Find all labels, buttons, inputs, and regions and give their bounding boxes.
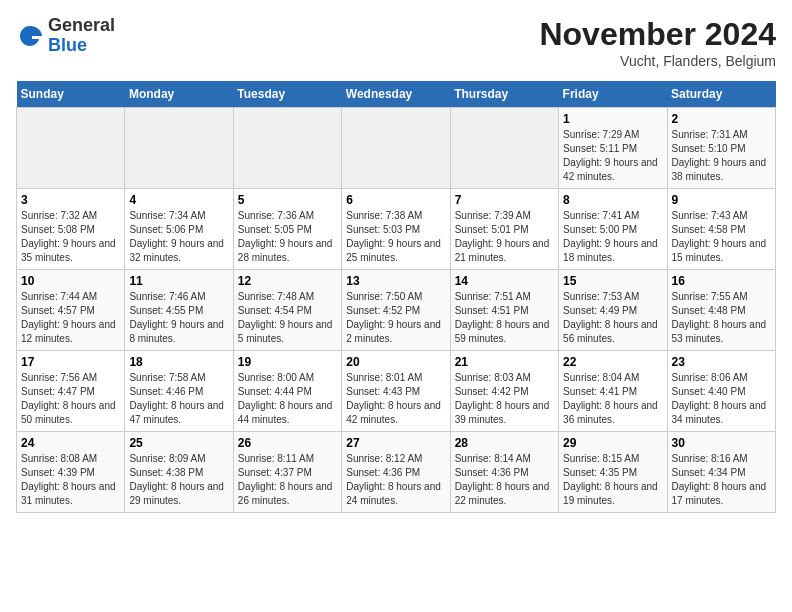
week-row-3: 10Sunrise: 7:44 AM Sunset: 4:57 PM Dayli… <box>17 270 776 351</box>
day-info: Sunrise: 8:09 AM Sunset: 4:38 PM Dayligh… <box>129 452 228 508</box>
weekday-header-saturday: Saturday <box>667 81 775 108</box>
logo-text: General Blue <box>48 16 115 56</box>
day-cell: 16Sunrise: 7:55 AM Sunset: 4:48 PM Dayli… <box>667 270 775 351</box>
weekday-header-tuesday: Tuesday <box>233 81 341 108</box>
day-number: 11 <box>129 274 228 288</box>
day-cell <box>233 108 341 189</box>
day-info: Sunrise: 8:00 AM Sunset: 4:44 PM Dayligh… <box>238 371 337 427</box>
day-cell: 23Sunrise: 8:06 AM Sunset: 4:40 PM Dayli… <box>667 351 775 432</box>
day-cell: 8Sunrise: 7:41 AM Sunset: 5:00 PM Daylig… <box>559 189 667 270</box>
header: General Blue November 2024 Vucht, Flande… <box>16 16 776 69</box>
title-area: November 2024 Vucht, Flanders, Belgium <box>539 16 776 69</box>
day-number: 16 <box>672 274 771 288</box>
day-number: 14 <box>455 274 554 288</box>
day-number: 12 <box>238 274 337 288</box>
logo: General Blue <box>16 16 115 56</box>
day-number: 26 <box>238 436 337 450</box>
day-cell: 5Sunrise: 7:36 AM Sunset: 5:05 PM Daylig… <box>233 189 341 270</box>
day-number: 17 <box>21 355 120 369</box>
week-row-4: 17Sunrise: 7:56 AM Sunset: 4:47 PM Dayli… <box>17 351 776 432</box>
day-info: Sunrise: 8:06 AM Sunset: 4:40 PM Dayligh… <box>672 371 771 427</box>
day-number: 8 <box>563 193 662 207</box>
day-number: 23 <box>672 355 771 369</box>
day-info: Sunrise: 7:50 AM Sunset: 4:52 PM Dayligh… <box>346 290 445 346</box>
day-number: 22 <box>563 355 662 369</box>
day-info: Sunrise: 8:11 AM Sunset: 4:37 PM Dayligh… <box>238 452 337 508</box>
day-number: 18 <box>129 355 228 369</box>
day-info: Sunrise: 8:12 AM Sunset: 4:36 PM Dayligh… <box>346 452 445 508</box>
calendar-table: SundayMondayTuesdayWednesdayThursdayFrid… <box>16 81 776 513</box>
day-number: 15 <box>563 274 662 288</box>
day-cell: 29Sunrise: 8:15 AM Sunset: 4:35 PM Dayli… <box>559 432 667 513</box>
day-number: 19 <box>238 355 337 369</box>
logo-line1: General <box>48 15 115 35</box>
day-cell <box>17 108 125 189</box>
day-cell: 13Sunrise: 7:50 AM Sunset: 4:52 PM Dayli… <box>342 270 450 351</box>
day-info: Sunrise: 8:04 AM Sunset: 4:41 PM Dayligh… <box>563 371 662 427</box>
day-info: Sunrise: 7:43 AM Sunset: 4:58 PM Dayligh… <box>672 209 771 265</box>
day-number: 25 <box>129 436 228 450</box>
day-number: 4 <box>129 193 228 207</box>
week-row-2: 3Sunrise: 7:32 AM Sunset: 5:08 PM Daylig… <box>17 189 776 270</box>
month-title: November 2024 <box>539 16 776 53</box>
weekday-header-friday: Friday <box>559 81 667 108</box>
day-number: 7 <box>455 193 554 207</box>
day-number: 28 <box>455 436 554 450</box>
day-info: Sunrise: 7:46 AM Sunset: 4:55 PM Dayligh… <box>129 290 228 346</box>
calendar-header: SundayMondayTuesdayWednesdayThursdayFrid… <box>17 81 776 108</box>
day-cell: 3Sunrise: 7:32 AM Sunset: 5:08 PM Daylig… <box>17 189 125 270</box>
weekday-header-monday: Monday <box>125 81 233 108</box>
day-number: 24 <box>21 436 120 450</box>
day-number: 20 <box>346 355 445 369</box>
day-cell: 4Sunrise: 7:34 AM Sunset: 5:06 PM Daylig… <box>125 189 233 270</box>
logo-icon <box>16 22 44 50</box>
day-info: Sunrise: 7:31 AM Sunset: 5:10 PM Dayligh… <box>672 128 771 184</box>
day-cell: 12Sunrise: 7:48 AM Sunset: 4:54 PM Dayli… <box>233 270 341 351</box>
day-cell: 10Sunrise: 7:44 AM Sunset: 4:57 PM Dayli… <box>17 270 125 351</box>
day-number: 10 <box>21 274 120 288</box>
day-info: Sunrise: 7:53 AM Sunset: 4:49 PM Dayligh… <box>563 290 662 346</box>
day-info: Sunrise: 7:29 AM Sunset: 5:11 PM Dayligh… <box>563 128 662 184</box>
day-cell <box>342 108 450 189</box>
day-cell: 25Sunrise: 8:09 AM Sunset: 4:38 PM Dayli… <box>125 432 233 513</box>
week-row-1: 1Sunrise: 7:29 AM Sunset: 5:11 PM Daylig… <box>17 108 776 189</box>
day-number: 6 <box>346 193 445 207</box>
day-info: Sunrise: 7:41 AM Sunset: 5:00 PM Dayligh… <box>563 209 662 265</box>
day-info: Sunrise: 7:55 AM Sunset: 4:48 PM Dayligh… <box>672 290 771 346</box>
day-cell: 2Sunrise: 7:31 AM Sunset: 5:10 PM Daylig… <box>667 108 775 189</box>
day-number: 30 <box>672 436 771 450</box>
day-info: Sunrise: 7:48 AM Sunset: 4:54 PM Dayligh… <box>238 290 337 346</box>
calendar-body: 1Sunrise: 7:29 AM Sunset: 5:11 PM Daylig… <box>17 108 776 513</box>
day-cell: 18Sunrise: 7:58 AM Sunset: 4:46 PM Dayli… <box>125 351 233 432</box>
day-info: Sunrise: 8:15 AM Sunset: 4:35 PM Dayligh… <box>563 452 662 508</box>
day-info: Sunrise: 8:16 AM Sunset: 4:34 PM Dayligh… <box>672 452 771 508</box>
location: Vucht, Flanders, Belgium <box>539 53 776 69</box>
day-cell: 1Sunrise: 7:29 AM Sunset: 5:11 PM Daylig… <box>559 108 667 189</box>
weekday-row: SundayMondayTuesdayWednesdayThursdayFrid… <box>17 81 776 108</box>
day-cell: 17Sunrise: 7:56 AM Sunset: 4:47 PM Dayli… <box>17 351 125 432</box>
weekday-header-wednesday: Wednesday <box>342 81 450 108</box>
weekday-header-thursday: Thursday <box>450 81 558 108</box>
day-info: Sunrise: 7:51 AM Sunset: 4:51 PM Dayligh… <box>455 290 554 346</box>
day-cell: 20Sunrise: 8:01 AM Sunset: 4:43 PM Dayli… <box>342 351 450 432</box>
day-cell <box>450 108 558 189</box>
day-info: Sunrise: 7:36 AM Sunset: 5:05 PM Dayligh… <box>238 209 337 265</box>
day-number: 3 <box>21 193 120 207</box>
day-cell <box>125 108 233 189</box>
day-cell: 26Sunrise: 8:11 AM Sunset: 4:37 PM Dayli… <box>233 432 341 513</box>
day-cell: 21Sunrise: 8:03 AM Sunset: 4:42 PM Dayli… <box>450 351 558 432</box>
day-number: 29 <box>563 436 662 450</box>
day-number: 27 <box>346 436 445 450</box>
day-number: 21 <box>455 355 554 369</box>
day-number: 2 <box>672 112 771 126</box>
day-cell: 15Sunrise: 7:53 AM Sunset: 4:49 PM Dayli… <box>559 270 667 351</box>
day-info: Sunrise: 7:58 AM Sunset: 4:46 PM Dayligh… <box>129 371 228 427</box>
day-info: Sunrise: 8:03 AM Sunset: 4:42 PM Dayligh… <box>455 371 554 427</box>
day-cell: 6Sunrise: 7:38 AM Sunset: 5:03 PM Daylig… <box>342 189 450 270</box>
day-info: Sunrise: 7:39 AM Sunset: 5:01 PM Dayligh… <box>455 209 554 265</box>
day-info: Sunrise: 7:38 AM Sunset: 5:03 PM Dayligh… <box>346 209 445 265</box>
weekday-header-sunday: Sunday <box>17 81 125 108</box>
day-info: Sunrise: 8:14 AM Sunset: 4:36 PM Dayligh… <box>455 452 554 508</box>
day-cell: 7Sunrise: 7:39 AM Sunset: 5:01 PM Daylig… <box>450 189 558 270</box>
week-row-5: 24Sunrise: 8:08 AM Sunset: 4:39 PM Dayli… <box>17 432 776 513</box>
